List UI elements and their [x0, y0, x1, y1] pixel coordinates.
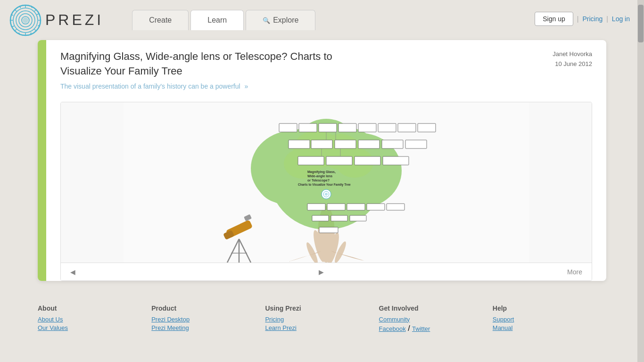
green-bar: [38, 40, 46, 281]
svg-rect-44: [339, 123, 356, 132]
svg-rect-50: [311, 140, 332, 148]
pricing-link[interactable]: Pricing: [582, 15, 603, 23]
footer-about-us[interactable]: About Us: [38, 316, 151, 323]
footer-manual[interactable]: Manual: [493, 324, 606, 331]
nav-tab-explore-label: Explore: [273, 16, 298, 25]
svg-rect-56: [326, 156, 352, 165]
svg-rect-41: [279, 123, 297, 132]
svg-rect-48: [418, 123, 436, 132]
svg-rect-73: [350, 215, 366, 221]
svg-line-9: [15, 9, 17, 11]
footer-facebook[interactable]: Facebook: [379, 325, 406, 332]
header: PREZI Create Learn 🔍 Explore Sign up | P…: [0, 0, 644, 40]
svg-rect-46: [378, 123, 396, 132]
footer-get-involved-col: Get Involved Community Facebook / Twitte…: [379, 304, 493, 333]
family-tree-svg: Magnifying Glass, Wide-angle lens or Tel…: [61, 102, 592, 263]
footer-help-col: Help Support Manual: [493, 304, 606, 333]
login-link[interactable]: Log in: [612, 15, 630, 23]
preview-inner[interactable]: Magnifying Glass, Wide-angle lens or Tel…: [61, 102, 592, 263]
search-icon: 🔍: [263, 17, 270, 24]
footer-product-title: Product: [151, 304, 265, 312]
footer-twitter[interactable]: Twitter: [412, 325, 430, 332]
svg-line-10: [34, 29, 36, 31]
footer-our-values[interactable]: Our Values: [38, 324, 151, 331]
svg-rect-70: [387, 204, 405, 210]
card-subtitle-link[interactable]: »: [245, 82, 248, 90]
nav-tab-create-label: Create: [149, 16, 172, 25]
card-left: Magnifying Glass, Wide-angle lens or Tel…: [60, 49, 553, 90]
footer-prezi-desktop[interactable]: Prezi Desktop: [151, 316, 265, 323]
card-title: Magnifying Glass, Wide-angle lens or Tel…: [60, 49, 367, 79]
presentation-preview: Magnifying Glass, Wide-angle lens or Tel…: [60, 102, 592, 281]
svg-line-11: [34, 9, 36, 11]
svg-rect-49: [289, 140, 310, 148]
card-subtitle-text: The visual presentation of a family's hi…: [60, 82, 240, 90]
nav-tabs: Create Learn 🔍 Explore: [132, 10, 317, 30]
footer-product-col: Product Prezi Desktop Prezi Meeting: [151, 304, 265, 333]
logo-area: PREZI: [9, 4, 104, 36]
preview-nav: ◀ ▶ More: [61, 263, 592, 281]
svg-rect-66: [307, 204, 325, 210]
footer-support[interactable]: Support: [493, 316, 606, 323]
svg-rect-54: [405, 140, 427, 148]
svg-rect-45: [358, 123, 376, 132]
footer-columns: About About Us Our Values Product Prezi …: [38, 304, 606, 333]
svg-rect-68: [347, 204, 365, 210]
footer-community[interactable]: Community: [379, 316, 493, 323]
nav-tab-learn-label: Learn: [207, 16, 227, 25]
svg-point-65: [325, 193, 328, 196]
footer: About About Us Our Values Product Prezi …: [0, 295, 644, 342]
more-button[interactable]: More: [567, 268, 582, 276]
svg-rect-47: [398, 123, 416, 132]
svg-rect-57: [355, 156, 380, 165]
card-meta: Janet Hovorka 10 June 2012: [553, 49, 592, 69]
signup-button[interactable]: Sign up: [535, 12, 573, 26]
footer-using-prezi-title: Using Prezi: [265, 304, 379, 312]
svg-text:or Telescope?: or Telescope?: [307, 179, 330, 182]
svg-rect-67: [327, 204, 345, 210]
footer-about-col: About About Us Our Values: [38, 304, 151, 333]
footer-learn-prezi[interactable]: Learn Prezi: [265, 324, 379, 331]
card-subtitle: The visual presentation of a family's hi…: [60, 82, 553, 90]
footer-about-title: About: [38, 304, 151, 312]
nav-tab-explore[interactable]: 🔍 Explore: [246, 10, 315, 30]
svg-point-21: [23, 17, 28, 23]
main-content: Magnifying Glass, Wide-angle lens or Tel…: [0, 40, 644, 295]
card-author: Janet Hovorka: [553, 49, 592, 59]
svg-rect-42: [299, 123, 317, 132]
prezi-logo-icon: [9, 4, 41, 36]
scrollbar[interactable]: [637, 0, 644, 362]
next-arrow[interactable]: ▶: [319, 268, 324, 276]
svg-text:Charts to Visualize Your Famil: Charts to Visualize Your Family Tree: [298, 183, 351, 187]
svg-rect-58: [383, 156, 409, 165]
prev-arrow[interactable]: ◀: [70, 268, 75, 276]
svg-rect-74: [319, 227, 338, 233]
svg-rect-71: [312, 215, 329, 221]
svg-rect-69: [367, 204, 385, 210]
nav-tab-create[interactable]: Create: [132, 10, 189, 30]
svg-text:Wide-angle lens: Wide-angle lens: [307, 174, 332, 178]
svg-rect-43: [319, 123, 337, 132]
footer-get-involved-title: Get Involved: [379, 304, 493, 312]
card-date: 10 June 2012: [553, 59, 592, 69]
scrollbar-thumb[interactable]: [638, 5, 644, 42]
footer-help-title: Help: [493, 304, 606, 312]
separator: |: [577, 15, 579, 23]
svg-line-12: [15, 29, 17, 31]
svg-rect-72: [331, 215, 347, 221]
logo-text: PREZI: [45, 11, 104, 29]
card-header: Magnifying Glass, Wide-angle lens or Tel…: [46, 40, 606, 97]
footer-social-links: Facebook / Twitter: [379, 324, 493, 333]
footer-prezi-meeting[interactable]: Prezi Meeting: [151, 324, 265, 331]
nav-tab-learn[interactable]: Learn: [190, 10, 244, 30]
svg-rect-55: [298, 156, 324, 165]
svg-rect-53: [382, 140, 403, 148]
card-inner: Magnifying Glass, Wide-angle lens or Tel…: [38, 40, 606, 281]
footer-pricing[interactable]: Pricing: [265, 316, 379, 323]
separator2: |: [606, 15, 608, 23]
social-separator: /: [408, 324, 412, 332]
svg-rect-51: [335, 140, 356, 148]
footer-using-prezi-col: Using Prezi Pricing Learn Prezi: [265, 304, 379, 333]
header-right: Sign up | Pricing | Log in: [535, 12, 630, 26]
content-card: Magnifying Glass, Wide-angle lens or Tel…: [38, 40, 606, 281]
